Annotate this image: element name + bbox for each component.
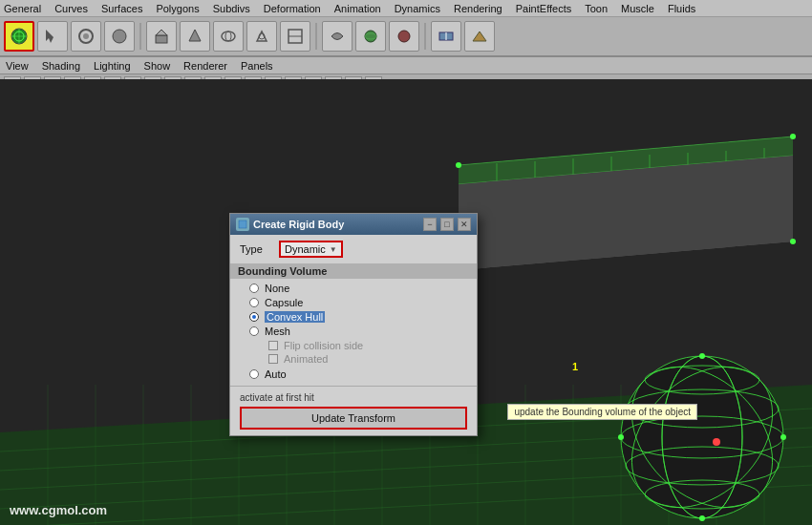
dialog-icon (236, 218, 249, 231)
menu-deformation[interactable]: Deformation (264, 3, 321, 14)
create-rigid-body-dialog: Create Rigid Body − □ ✕ Type Dynamic ▼ B… (229, 213, 478, 436)
radio-capsule-label: Capsule (265, 297, 303, 308)
dialog-minimize-btn[interactable]: − (423, 218, 437, 231)
tooltip: update the Bounding volume of the object (507, 404, 697, 420)
secondary-lighting[interactable]: Lighting (94, 60, 131, 72)
toolbar-btn2[interactable] (37, 21, 68, 52)
secondary-panels[interactable]: Panels (241, 60, 273, 72)
type-value: Dynamic (285, 243, 326, 255)
toolbar-btn5[interactable] (146, 21, 177, 52)
toolbar-btn9[interactable] (280, 21, 310, 52)
svg-point-40 (790, 239, 796, 244)
svg-marker-9 (189, 30, 201, 41)
toolbar-sep1 (139, 23, 141, 50)
animated-label: Animated (284, 353, 328, 365)
dialog-title: Create Rigid Body (236, 218, 344, 231)
menu-muscle[interactable]: Muscle (621, 3, 654, 14)
svg-point-6 (113, 30, 126, 43)
radio-none-circle[interactable] (249, 284, 259, 293)
secondary-renderer[interactable]: Renderer (183, 60, 227, 72)
dialog-body: Type Dynamic ▼ Bounding Volume None Caps… (230, 235, 477, 435)
svg-point-11 (225, 32, 231, 41)
radio-capsule-circle[interactable] (249, 298, 259, 307)
type-dropdown[interactable]: Dynamic ▼ (279, 241, 343, 258)
flip-collision-label: Flip collision side (284, 340, 363, 351)
toolbar-btn11[interactable] (355, 21, 386, 52)
menu-surfaces[interactable]: Surfaces (101, 3, 142, 14)
menu-curves[interactable]: Curves (54, 3, 88, 14)
menu-general[interactable]: General (4, 3, 41, 14)
frame-counter: 1 (572, 361, 578, 372)
radio-convex-hull[interactable]: Convex Hull (249, 311, 467, 323)
radio-capsule[interactable]: Capsule (249, 297, 467, 308)
top-menu-bar: General Curves Surfaces Polygons Subdivs… (0, 0, 812, 17)
toolbar-btn10[interactable] (322, 21, 353, 52)
radio-none-label: None (265, 283, 289, 294)
secondary-view[interactable]: View (6, 60, 29, 72)
flip-collision-option[interactable]: Flip collision side (268, 340, 467, 351)
animated-checkbox[interactable] (268, 354, 278, 364)
tooltip-text: update the Bounding volume of the object (514, 407, 691, 417)
type-label: Type (240, 243, 273, 255)
radio-auto-circle[interactable] (249, 369, 259, 379)
radio-mesh-label: Mesh (265, 326, 290, 337)
dialog-divider (230, 386, 477, 387)
bounding-volume-header: Bounding Volume (230, 263, 477, 279)
svg-point-63 (621, 356, 783, 518)
toolbar-btn13[interactable] (431, 21, 461, 52)
toolbar-btn8[interactable] (246, 21, 277, 52)
radio-none[interactable]: None (249, 283, 467, 294)
toolbar-btn12[interactable] (389, 21, 419, 52)
viewport[interactable]: Q W E R T Y U I (0, 79, 812, 525)
toolbar-sep2 (315, 23, 317, 50)
menu-rendering[interactable]: Rendering (454, 3, 502, 14)
svg-point-37 (456, 162, 461, 168)
svg-rect-79 (239, 220, 246, 228)
radio-mesh[interactable]: Mesh (249, 326, 467, 337)
secondary-show[interactable]: Show (144, 60, 171, 72)
toolbar-btn4[interactable] (104, 21, 135, 52)
activate-label: activate at first hit (240, 392, 314, 403)
svg-point-75 (699, 353, 705, 359)
secondary-shading[interactable]: Shading (42, 60, 80, 72)
menu-subdivs[interactable]: Subdivs (213, 3, 250, 14)
svg-rect-7 (156, 35, 167, 43)
menu-animation[interactable]: Animation (334, 3, 381, 14)
svg-marker-8 (156, 30, 167, 35)
radio-convex-hull-circle[interactable] (249, 312, 259, 322)
secondary-menu-bar: View Shading Lighting Show Renderer Pane… (0, 57, 812, 74)
toolbar-btn7[interactable] (213, 21, 244, 52)
toolbar-btn6[interactable] (180, 21, 210, 52)
svg-point-38 (790, 134, 796, 139)
main-toolbar (0, 17, 812, 57)
svg-point-77 (699, 515, 705, 521)
radio-convex-hull-label: Convex Hull (265, 311, 325, 323)
radio-auto-label: Auto (265, 368, 287, 380)
radio-auto[interactable]: Auto (249, 368, 467, 380)
toolbar-btn14[interactable] (464, 21, 495, 52)
menu-toon[interactable]: Toon (585, 3, 608, 14)
dialog-close-btn[interactable]: ✕ (458, 218, 471, 231)
svg-point-10 (222, 32, 235, 41)
flip-collision-checkbox[interactable] (268, 341, 278, 350)
dialog-titlebar[interactable]: Create Rigid Body − □ ✕ (230, 214, 477, 235)
watermark: www.cgmol.com (10, 503, 107, 517)
menu-polygons[interactable]: Polygons (156, 3, 199, 14)
svg-point-17 (398, 31, 410, 42)
radio-mesh-circle[interactable] (249, 326, 259, 336)
svg-point-74 (713, 438, 720, 446)
update-transform-button[interactable]: Update Transform (240, 407, 467, 430)
animated-option[interactable]: Animated (268, 353, 467, 365)
menu-dynamics[interactable]: Dynamics (395, 3, 440, 14)
type-row: Type Dynamic ▼ (240, 241, 467, 258)
toolbar-sep3 (424, 23, 426, 50)
dialog-maximize-btn[interactable]: □ (440, 218, 454, 231)
svg-point-15 (365, 31, 376, 42)
svg-point-78 (618, 434, 624, 440)
menu-fluids[interactable]: Fluids (668, 3, 695, 14)
menu-painteffects[interactable]: PaintEffects (516, 3, 572, 14)
dropdown-arrow-icon: ▼ (330, 245, 337, 254)
dialog-controls: − □ ✕ (423, 218, 471, 231)
toolbar-btn3[interactable] (71, 21, 101, 52)
toolbar-select-btn[interactable] (4, 21, 34, 52)
